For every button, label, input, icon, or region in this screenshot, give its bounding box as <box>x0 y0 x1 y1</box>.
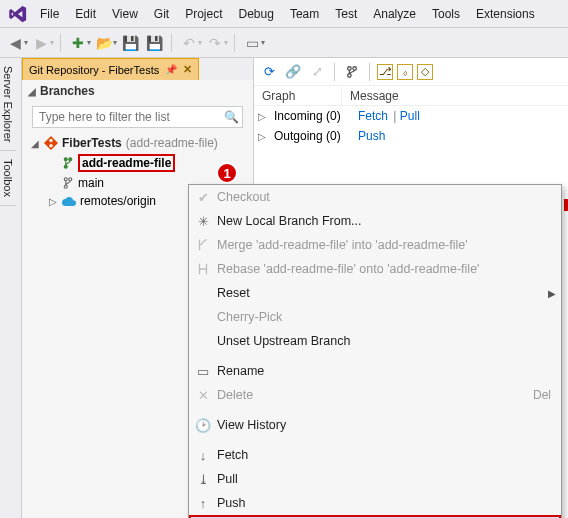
branch-current-icon <box>62 157 74 169</box>
repo-name: FiberTests <box>62 136 122 150</box>
vs-logo-icon <box>4 0 32 28</box>
menu-file[interactable]: File <box>32 3 67 25</box>
delete-accelerator: Del <box>521 388 561 402</box>
ctx-new-branch[interactable]: ✳ New Local Branch From... <box>189 209 561 233</box>
menubar: File Edit View Git Project Debug Team Te… <box>0 0 568 28</box>
pin-icon[interactable]: 📌 <box>165 64 177 75</box>
ctx-cherry-pick: Cherry-Pick <box>189 305 561 329</box>
nav-fwd-icon[interactable]: ▶ <box>30 32 52 54</box>
ctx-delete: ✕ Delete Del <box>189 383 561 407</box>
branch-node-current[interactable]: add-readme-file <box>28 152 247 174</box>
main-toolbar: ◀▾ ▶▾ ✚▾ 📂▾ 💾 💾 ↶▾ ↷▾ ▭▾ <box>0 28 568 58</box>
incoming-row[interactable]: ▷ Incoming (0) Fetch | Pull <box>254 106 568 126</box>
link-icon[interactable]: 🔗 <box>282 61 304 83</box>
save-all-icon[interactable]: 💾 <box>143 32 165 54</box>
branch-filter-input[interactable] <box>33 107 220 127</box>
branches-heading: Branches <box>40 84 95 98</box>
branch-item-label: add-readme-file <box>78 154 175 172</box>
branch-item-label: main <box>78 176 104 190</box>
col-message[interactable]: Message <box>342 87 407 105</box>
submenu-arrow-icon: ▶ <box>543 288 561 299</box>
delete-icon: ✕ <box>189 388 217 403</box>
caret-down-icon: ◢ <box>30 138 40 149</box>
menu-git[interactable]: Git <box>146 3 177 25</box>
close-icon[interactable]: ✕ <box>183 63 192 76</box>
caret-right-icon: ▷ <box>258 111 268 122</box>
rename-icon: ▭ <box>189 364 217 379</box>
maximize-icon[interactable]: ⤢ <box>306 61 328 83</box>
caret-right-icon: ▷ <box>258 131 268 142</box>
push-link[interactable]: Push <box>358 129 385 143</box>
outgoing-label: Outgoing (0) <box>274 129 352 143</box>
caret-right-icon: ▷ <box>48 196 58 207</box>
new-project-icon[interactable]: ✚ <box>67 32 89 54</box>
ctx-rebase: Rebase 'add-readme-file' onto 'add-readm… <box>189 257 561 281</box>
repo-current-branch: (add-readme-file) <box>126 136 218 150</box>
save-icon[interactable]: 💾 <box>119 32 141 54</box>
fetch-link[interactable]: Fetch <box>358 109 388 123</box>
menu-test[interactable]: Test <box>327 3 365 25</box>
push-icon: ↑ <box>189 496 217 511</box>
doc-tab-title: Git Repository - FiberTests <box>29 64 159 76</box>
open-icon[interactable]: 📂 <box>93 32 115 54</box>
side-well: Server Explorer Toolbox <box>0 58 22 518</box>
history-toolbar: ⟳ 🔗 ⤢ ⎇ ⬨ ◇ <box>254 58 568 86</box>
remotes-label: remotes/origin <box>80 194 156 208</box>
side-tab-server-explorer[interactable]: Server Explorer <box>0 58 16 151</box>
branch-icon <box>62 177 74 189</box>
git-repo-icon <box>44 136 58 150</box>
caret-down-icon: ◢ <box>28 86 36 97</box>
menu-project[interactable]: Project <box>177 3 230 25</box>
ctx-pull[interactable]: ⤓ Pull <box>189 467 561 491</box>
ctx-view-history[interactable]: 🕑 View History <box>189 413 561 437</box>
side-tab-toolbox[interactable]: Toolbox <box>0 151 16 206</box>
fetch-icon: ↓ <box>189 448 217 463</box>
git-repo-doc-tab[interactable]: Git Repository - FiberTests 📌 ✕ <box>22 58 199 80</box>
new-branch-icon: ✳ <box>189 214 217 229</box>
menu-view[interactable]: View <box>104 3 146 25</box>
branch-filter: 🔍 <box>32 106 243 128</box>
filter-box-3[interactable]: ◇ <box>417 64 433 80</box>
window-icon[interactable]: ▭ <box>241 32 263 54</box>
checkout-icon: ✔ <box>189 190 217 205</box>
ctx-rename[interactable]: ▭ Rename <box>189 359 561 383</box>
menu-debug[interactable]: Debug <box>231 3 282 25</box>
callout-1: 1 <box>216 162 238 184</box>
rebase-icon <box>189 262 217 276</box>
crop-marker <box>564 199 568 211</box>
ctx-unset-upstream[interactable]: Unset Upstream Branch <box>189 329 561 353</box>
pull-icon: ⤓ <box>189 472 217 487</box>
undo-icon[interactable]: ↶ <box>178 32 200 54</box>
redo-icon[interactable]: ↷ <box>204 32 226 54</box>
ctx-push[interactable]: ↑ Push <box>189 491 561 515</box>
ctx-fetch[interactable]: ↓ Fetch <box>189 443 561 467</box>
branch-icon[interactable] <box>341 61 363 83</box>
menu-tools[interactable]: Tools <box>424 3 468 25</box>
filter-box-2[interactable]: ⬨ <box>397 64 413 80</box>
refresh-icon[interactable]: ⟳ <box>258 61 280 83</box>
col-graph[interactable]: Graph <box>254 87 342 105</box>
cloud-icon <box>62 195 76 207</box>
ctx-reset[interactable]: Reset ▶ <box>189 281 561 305</box>
ctx-checkout: ✔ Checkout <box>189 185 561 209</box>
menu-team[interactable]: Team <box>282 3 327 25</box>
nav-back-icon[interactable]: ◀ <box>4 32 26 54</box>
menu-edit[interactable]: Edit <box>67 3 104 25</box>
repo-node[interactable]: ◢ FiberTests (add-readme-file) <box>28 134 247 152</box>
outgoing-row[interactable]: ▷ Outgoing (0) Push <box>254 126 568 146</box>
menu-extensions[interactable]: Extensions <box>468 3 543 25</box>
branch-context-menu: ✔ Checkout ✳ New Local Branch From... Me… <box>188 184 562 518</box>
history-columns: Graph Message <box>254 86 568 106</box>
menu-analyze[interactable]: Analyze <box>365 3 424 25</box>
history-icon: 🕑 <box>189 418 217 433</box>
ctx-merge: Merge 'add-readme-file' into 'add-readme… <box>189 233 561 257</box>
merge-icon <box>189 238 217 252</box>
filter-box-1[interactable]: ⎇ <box>377 64 393 80</box>
incoming-label: Incoming (0) <box>274 109 352 123</box>
branches-section-header[interactable]: ◢ Branches <box>22 80 253 102</box>
pull-link[interactable]: Pull <box>400 109 420 123</box>
search-icon[interactable]: 🔍 <box>220 110 242 124</box>
